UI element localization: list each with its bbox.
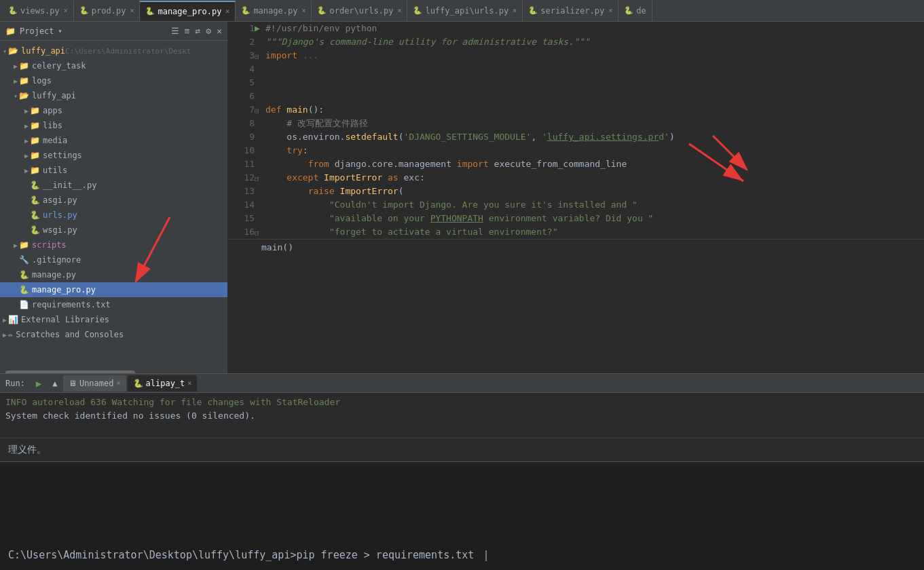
code-content[interactable]: 1 ▶ #!/usr/bin/env python 2 """Django's … xyxy=(227,22,924,373)
code-line-16: 16 ⊟ "forget to activate a virtual envir… xyxy=(227,225,924,239)
code-line-7: 7 ⊟ def main(): xyxy=(227,103,924,117)
close-icon[interactable]: × xyxy=(187,379,191,387)
line-number: 5 xyxy=(227,76,255,90)
code-line-2: 2 """Django's command-line utility for a… xyxy=(227,35,924,49)
folder-icon: 📁 xyxy=(19,76,29,86)
tab-serializer[interactable]: 🐍 serializer.py × xyxy=(523,1,618,21)
tree-label: requirements.txt xyxy=(32,300,111,309)
close-icon[interactable]: × xyxy=(608,7,612,14)
tree-item-external-libs[interactable]: ▶ 📊 External Libraries xyxy=(0,312,227,327)
tree-item-apps[interactable]: ▶ 📁 apps xyxy=(0,103,227,118)
tree-item-settings[interactable]: ▶ 📁 settings xyxy=(0,148,227,163)
tree-item-urls[interactable]: ▶ 🐍 urls.py xyxy=(0,208,227,223)
line-content xyxy=(265,76,924,90)
tab-luffy-urls[interactable]: 🐍 luffy_api\urls.py × xyxy=(407,1,523,21)
folder-icon: 📁 xyxy=(30,136,40,145)
tree-item-media[interactable]: ▶ 📁 media xyxy=(0,133,227,148)
code-footer: main() xyxy=(227,239,924,255)
line-number: 10 xyxy=(227,144,255,157)
expand-arrow: ▶ xyxy=(3,316,7,324)
line-content: "Couldn't import Django. Are you sure it… xyxy=(265,198,924,212)
tree-item-libs[interactable]: ▶ 📁 libs xyxy=(0,118,227,133)
tree-item-manage[interactable]: ▶ 🐍 manage.py xyxy=(0,267,227,282)
folder-open-icon: 📂 xyxy=(19,91,29,100)
expand-arrow: ▾ xyxy=(3,48,7,55)
tree-item-asgi[interactable]: ▶ 🐍 asgi.py xyxy=(0,193,227,208)
line-number: 11 xyxy=(227,157,255,171)
tab-more[interactable]: 🐍 de xyxy=(618,1,652,21)
py-icon: 🐍 xyxy=(624,6,633,15)
line-number: 4 xyxy=(227,62,255,76)
py-icon: 🐍 xyxy=(30,195,40,205)
line-content: "available on your PYTHONPATH environmen… xyxy=(265,212,924,225)
list-icon[interactable]: ☰ xyxy=(171,26,179,36)
line-content: "forget to activate a virtual environmen… xyxy=(265,225,924,239)
structure-icon[interactable]: ≡ xyxy=(185,26,190,36)
code-line-9: 9 os.environ.setdefault('DJANGO_SETTINGS… xyxy=(227,130,924,144)
close-icon[interactable]: × xyxy=(301,7,306,14)
tab-order-urls[interactable]: 🐍 order\urls.py × xyxy=(312,1,407,21)
tree-item-scripts[interactable]: ▶ 📁 scripts xyxy=(0,238,227,252)
close-icon[interactable]: ✕ xyxy=(217,26,222,36)
tree-label: media xyxy=(43,136,67,145)
close-icon[interactable]: × xyxy=(397,7,401,14)
close-icon[interactable]: × xyxy=(130,7,134,14)
tab-manage-pro[interactable]: 🐍 manage_pro.py × xyxy=(140,1,236,21)
code-line-15: 15 "available on your PYTHONPATH environ… xyxy=(227,212,924,225)
code-line-3: 3 ⊟ import ... xyxy=(227,49,924,62)
tree-item-requirements[interactable]: ▶ 📄 requirements.txt xyxy=(0,297,227,312)
tree-item-utils[interactable]: ▶ 📁 utils xyxy=(0,163,227,178)
tree-item-manage-pro[interactable]: ▶ 🐍 manage_pro.py xyxy=(0,282,227,297)
tab-manage[interactable]: 🐍 manage.py × xyxy=(236,1,312,21)
sidebar-scrollbar-container xyxy=(0,368,227,373)
tree-item-luffy-api[interactable]: ▾ 📂 luffy_api xyxy=(0,88,227,103)
terminal-output: INFO autoreload 636 Watching for file ch… xyxy=(0,393,924,438)
tree-item-celery-task[interactable]: ▶ 📁 celery_task xyxy=(0,58,227,73)
tab-prod[interactable]: 🐍 prod.py × xyxy=(74,1,141,21)
chinese-text-area: 理义件。 xyxy=(0,438,924,461)
tree-item-init[interactable]: ▶ 🐍 __init__.py xyxy=(0,178,227,193)
close-icon[interactable]: × xyxy=(513,7,517,14)
tree-label: urls.py xyxy=(43,210,77,220)
scripts-icon: 📁 xyxy=(19,240,29,250)
exec-marker xyxy=(255,90,265,103)
exec-marker: ⊟ xyxy=(255,103,265,117)
tree-label: Scratches and Consoles xyxy=(16,330,124,339)
tree-item-scratches[interactable]: ▶ ✏️ Scratches and Consoles xyxy=(0,327,227,342)
tree-label: scripts xyxy=(32,240,67,250)
line-number: 13 xyxy=(227,185,255,198)
tab-views-label: views.py xyxy=(20,6,60,16)
tree-label: luffy_api xyxy=(21,46,65,56)
run-play-button[interactable]: ▶ xyxy=(32,377,45,390)
close-icon[interactable]: × xyxy=(116,379,120,387)
tree-item-luffy-api-root[interactable]: ▾ 📂 luffy_api C:\Users\Administrator\Des… xyxy=(0,43,227,58)
cursor-icon: | xyxy=(483,549,489,561)
line-number: 12 xyxy=(227,171,255,185)
line-number: 16 xyxy=(227,225,255,239)
swap-icon[interactable]: ⇄ xyxy=(196,26,201,36)
tree-label: wsgi.py xyxy=(43,225,77,235)
code-line-11: 11 from django.core.management import ex… xyxy=(227,157,924,171)
large-terminal[interactable]: C:\Users\Administrator\Desktop\luffy\luf… xyxy=(0,461,924,570)
close-icon[interactable]: × xyxy=(225,7,229,15)
py-icon: 🐍 xyxy=(317,6,327,15)
tab-more-label: de xyxy=(636,6,646,16)
gear-icon[interactable]: ⚙ xyxy=(206,26,211,36)
tree-label: .gitignore xyxy=(32,255,81,265)
close-icon[interactable]: × xyxy=(64,7,68,14)
terminal-line-1: INFO autoreload 636 Watching for file ch… xyxy=(5,396,919,409)
run-scroll-up-button[interactable]: ▲ xyxy=(48,377,62,390)
tree-item-wsgi[interactable]: ▶ 🐍 wsgi.py xyxy=(0,223,227,238)
code-table: 1 ▶ #!/usr/bin/env python 2 """Django's … xyxy=(227,22,924,239)
exec-marker xyxy=(255,144,265,157)
tree-item-gitignore[interactable]: ▶ 🔧 .gitignore xyxy=(0,252,227,267)
run-tab-unnamed[interactable]: 🖥 Unnamed × xyxy=(63,375,126,392)
tab-views[interactable]: 🐍 views.py × xyxy=(3,1,74,21)
tree-label: settings xyxy=(43,151,82,160)
py-icon: 🐍 xyxy=(8,6,18,15)
line-content: os.environ.setdefault('DJANGO_SETTINGS_M… xyxy=(265,130,924,144)
expand-arrow: ▶ xyxy=(24,137,29,145)
run-tab-alipay[interactable]: 🐍 alipay_t × xyxy=(128,375,198,392)
tree-item-logs[interactable]: ▶ 📁 logs xyxy=(0,73,227,88)
sidebar-header: 📁 Project ▾ ☰ ≡ ⇄ ⚙ ✕ xyxy=(0,22,227,41)
